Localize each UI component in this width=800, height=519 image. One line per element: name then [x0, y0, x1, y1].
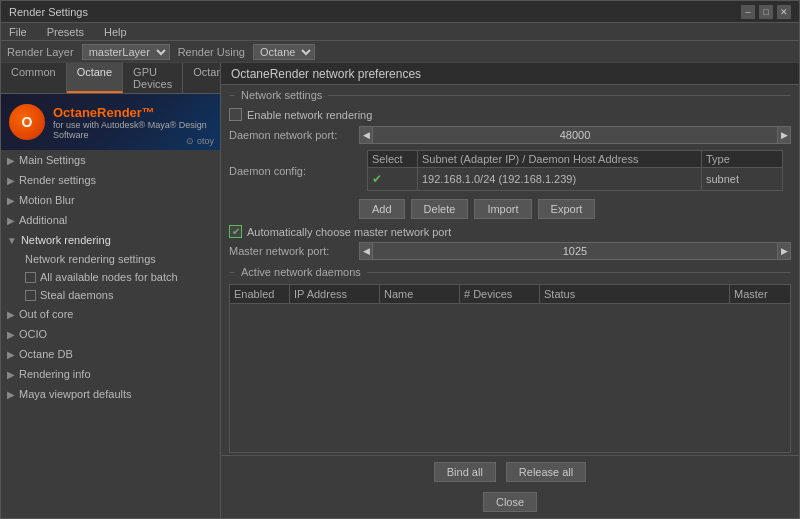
section-line-before — [229, 95, 235, 96]
master-port-input-group: ◀ ▶ — [359, 242, 791, 260]
bottom-buttons-row: Bind all Release all — [221, 455, 799, 488]
cell-select: ✔ — [368, 168, 418, 190]
octane-banner: O OctaneRender™ for use with Autodesk® M… — [1, 94, 220, 150]
daemon-port-row: Daemon network port: ◀ ▶ — [221, 124, 799, 146]
auto-choose-checkbox[interactable]: ✔ — [229, 225, 242, 238]
close-dialog-button[interactable]: Close — [483, 492, 537, 512]
tree-item-rendering-info[interactable]: ▶ Rendering info — [1, 364, 220, 384]
daemons-table-header: Enabled IP Address Name # Devices Status… — [230, 285, 790, 304]
col-name: Name — [380, 285, 460, 303]
daemon-port-decrement[interactable]: ◀ — [359, 126, 373, 144]
left-panel: Common Octane GPU Devices OctaneLive O O… — [1, 63, 221, 518]
tree-item-main-settings[interactable]: ▶ Main Settings — [1, 150, 220, 170]
tree-child-steal-daemons[interactable]: Steal daemons — [1, 286, 220, 304]
import-button[interactable]: Import — [474, 199, 531, 219]
tree-child-label: All available nodes for batch — [40, 271, 178, 283]
col-address: Subnet (Adapter IP) / Daemon Host Addres… — [418, 151, 702, 167]
banner-text: OctaneRender™ for use with Autodesk® May… — [53, 105, 212, 140]
render-using-dropdown[interactable]: Octane — [253, 44, 315, 60]
tree-item-additional[interactable]: ▶ Additional — [1, 210, 220, 230]
menu-file[interactable]: File — [5, 26, 31, 38]
master-port-increment[interactable]: ▶ — [777, 242, 791, 260]
tree-label: OCIO — [19, 328, 47, 340]
delete-button[interactable]: Delete — [411, 199, 469, 219]
checkbox-steal-daemons[interactable] — [25, 290, 36, 301]
export-button[interactable]: Export — [538, 199, 596, 219]
checkbox-all-nodes[interactable] — [25, 272, 36, 283]
col-select: Select — [368, 151, 418, 167]
maximize-button[interactable]: □ — [759, 5, 773, 19]
render-layer-label: Render Layer — [7, 46, 74, 58]
body-container: Common Octane GPU Devices OctaneLive O O… — [1, 63, 799, 518]
render-controls-row: Render Layer masterLayer Render Using Oc… — [1, 41, 799, 63]
tree-child-label: Network rendering settings — [25, 253, 156, 265]
chevron-right-icon: ▶ — [7, 349, 15, 360]
daemon-config-label: Daemon config: — [229, 165, 359, 177]
tree-item-out-of-core[interactable]: ▶ Out of core — [1, 304, 220, 324]
menu-help[interactable]: Help — [100, 26, 131, 38]
menu-bar: File Presets Help — [1, 23, 799, 41]
chevron-down-icon: ▼ — [7, 235, 17, 246]
chevron-right-icon: ▶ — [7, 389, 15, 400]
cell-address: 192.168.1.0/24 (192.168.1.239) — [418, 168, 702, 190]
chevron-right-icon: ▶ — [7, 215, 15, 226]
right-panel: OctaneRender network preferences Network… — [221, 63, 799, 518]
auto-choose-row: ✔ Automatically choose master network po… — [221, 223, 799, 240]
col-status: Status — [540, 285, 730, 303]
section-line-after-2 — [367, 272, 791, 273]
menu-presets[interactable]: Presets — [43, 26, 88, 38]
tree-item-network-rendering[interactable]: ▼ Network rendering — [1, 230, 220, 250]
main-window: Render Settings – □ ✕ File Presets Help … — [0, 0, 800, 519]
tree-label: Additional — [19, 214, 67, 226]
enable-network-label: Enable network rendering — [247, 109, 372, 121]
enable-network-row: Enable network rendering — [221, 105, 799, 124]
daemon-port-label: Daemon network port: — [229, 129, 359, 141]
master-port-decrement[interactable]: ◀ — [359, 242, 373, 260]
section-header-network: Network settings — [221, 85, 799, 105]
title-bar: Render Settings – □ ✕ — [1, 1, 799, 23]
tree-child-all-nodes-batch[interactable]: All available nodes for batch — [1, 268, 220, 286]
minimize-button[interactable]: – — [741, 5, 755, 19]
tree-item-octane-db[interactable]: ▶ Octane DB — [1, 344, 220, 364]
col-ip-address: IP Address — [290, 285, 380, 303]
enable-network-checkbox[interactable] — [229, 108, 242, 121]
release-all-button[interactable]: Release all — [506, 462, 586, 482]
active-daemons-table: Enabled IP Address Name # Devices Status… — [229, 284, 791, 453]
bind-all-button[interactable]: Bind all — [434, 462, 496, 482]
tree-item-maya-viewport[interactable]: ▶ Maya viewport defaults — [1, 384, 220, 404]
octane-logo: O — [9, 104, 45, 140]
section-line-before-2 — [229, 272, 235, 273]
chevron-right-icon: ▶ — [7, 329, 15, 340]
daemon-port-field[interactable] — [373, 126, 777, 144]
close-row: Close — [221, 488, 799, 518]
tree-label: Motion Blur — [19, 194, 75, 206]
tree-item-ocio[interactable]: ▶ OCIO — [1, 324, 220, 344]
daemon-config-buttons: Add Delete Import Export — [221, 195, 799, 223]
close-button[interactable]: ✕ — [777, 5, 791, 19]
render-layer-dropdown[interactable]: masterLayer — [82, 44, 170, 60]
checkmark-icon: ✔ — [372, 172, 382, 186]
tab-gpu-devices[interactable]: GPU Devices — [123, 63, 183, 93]
add-button[interactable]: Add — [359, 199, 405, 219]
tree-item-motion-blur[interactable]: ▶ Motion Blur — [1, 190, 220, 210]
tree-child-label: Steal daemons — [40, 289, 113, 301]
tab-octane[interactable]: Octane — [67, 63, 123, 93]
tabs-row: Common Octane GPU Devices OctaneLive — [1, 63, 220, 94]
tab-common[interactable]: Common — [1, 63, 67, 93]
tree-child-network-rendering-settings[interactable]: Network rendering settings ➜ — [1, 250, 220, 268]
col-enabled: Enabled — [230, 285, 290, 303]
active-daemons-label: Active network daemons — [241, 266, 361, 278]
tree-item-render-settings[interactable]: ▶ Render settings — [1, 170, 220, 190]
chevron-right-icon: ▶ — [7, 175, 15, 186]
col-type: Type — [702, 151, 782, 167]
right-content: Network settings Enable network renderin… — [221, 85, 799, 518]
tab-octane-live[interactable]: OctaneLive — [183, 63, 221, 93]
tree-label: Out of core — [19, 308, 73, 320]
master-port-row: Master network port: ◀ ▶ — [221, 240, 799, 262]
otoy-badge: ⊙ otoy — [186, 136, 214, 146]
tree-label: Main Settings — [19, 154, 86, 166]
right-title-bar: OctaneRender network preferences — [221, 63, 799, 85]
master-port-field[interactable] — [373, 242, 777, 260]
daemon-port-increment[interactable]: ▶ — [777, 126, 791, 144]
tree-section: ▶ Main Settings ▶ Render settings ▶ Moti… — [1, 150, 220, 518]
